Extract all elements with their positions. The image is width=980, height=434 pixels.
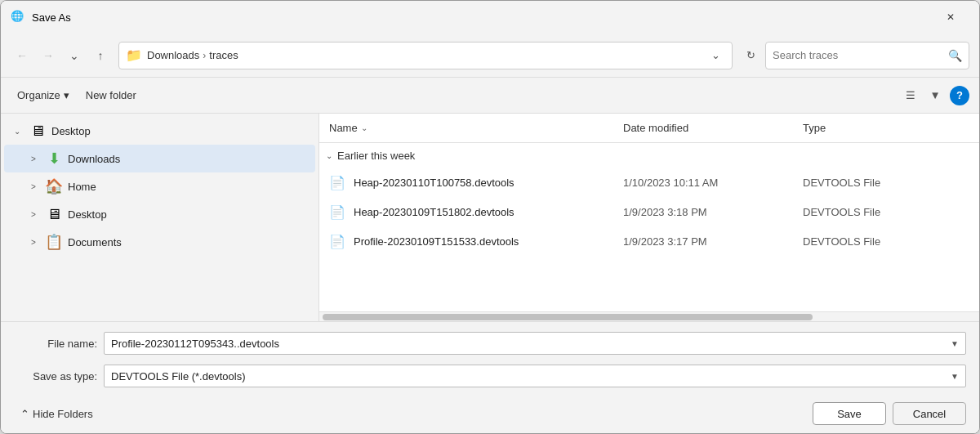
file-name: Heap-20230110T100758.devtools (354, 177, 623, 189)
action-buttons: Save Cancel (813, 402, 966, 425)
sidebar-item-documents[interactable]: > 📋 Documents (4, 228, 315, 256)
file-list-header: Name ⌄ Date modified Type (319, 114, 979, 143)
close-button[interactable]: ✕ (932, 4, 969, 30)
column-type[interactable]: Type (803, 122, 969, 134)
title-bar-controls: ✕ (932, 4, 969, 30)
table-row[interactable]: 📄 Profile-20230109T151533.devtools 1/9/2… (319, 226, 979, 256)
help-button[interactable]: ? (950, 86, 969, 105)
file-type: DEVTOOLS File (803, 235, 969, 248)
filename-value: Profile-20230112T095343..devtools (111, 338, 279, 350)
file-name: Heap-20230109T151802.devtools (354, 206, 623, 218)
download-icon: ⬇ (45, 150, 63, 168)
new-folder-button[interactable]: New folder (79, 83, 143, 108)
group-toggle-icon[interactable]: ⌄ (326, 151, 332, 160)
sidebar-item-downloads[interactable]: > ⬇ Downloads (4, 145, 315, 172)
table-row[interactable]: 📄 Heap-20230109T151802.devtools 1/9/2023… (319, 197, 979, 226)
dialog-title: Save As (32, 11, 932, 24)
expand-icon: > (27, 238, 40, 247)
path-segment-1: Downloads (147, 49, 199, 61)
filename-row: File name: Profile-20230112T095343..devt… (14, 330, 966, 356)
view-controls: ☰ ▼ (899, 84, 947, 107)
sidebar-item-label: Downloads (68, 153, 120, 165)
file-icon: 📄 (329, 234, 347, 249)
sidebar-item-label: Desktop (51, 125, 91, 137)
cancel-button[interactable]: Cancel (893, 402, 966, 425)
sidebar-item-label: Documents (68, 236, 122, 248)
action-bar: ⌃ Hide Folders Save Cancel (14, 396, 966, 425)
expand-icon: > (27, 182, 40, 191)
path-segment-2: traces (209, 49, 238, 61)
organize-label: Organize (17, 89, 60, 101)
file-date: 1/10/2023 10:11 AM (623, 177, 803, 189)
sidebar: ⌄ 🖥 Desktop > ⬇ Downloads > 🏠 Home > 🖥 D… (1, 114, 319, 321)
column-name[interactable]: Name ⌄ (329, 122, 623, 134)
view-dropdown-button[interactable]: ▼ (924, 84, 947, 107)
main-content: ⌄ 🖥 Desktop > ⬇ Downloads > 🏠 Home > 🖥 D… (1, 114, 979, 321)
refresh-button[interactable]: ↻ (739, 44, 762, 67)
documents-icon: 📋 (45, 233, 63, 251)
file-date: 1/9/2023 3:18 PM (623, 206, 803, 218)
toolbar: Organize ▾ New folder ☰ ▼ ? (1, 78, 979, 114)
path-sep-1: › (203, 50, 206, 61)
expand-icon: ⌄ (11, 127, 24, 136)
file-group-header: ⌄ Earlier this week (319, 143, 979, 168)
savetype-value: DEVTOOLS File (*.devtools) (111, 370, 245, 383)
sort-icon: ⌄ (361, 123, 368, 132)
view-list-button[interactable]: ☰ (899, 84, 922, 107)
file-icon: 📄 (329, 204, 347, 220)
file-area: Name ⌄ Date modified Type ⌄ Earlier this… (319, 114, 979, 321)
sidebar-item-desktop-top[interactable]: ⌄ 🖥 Desktop (4, 117, 315, 145)
col-name-label: Name (329, 122, 358, 134)
address-bar[interactable]: 📁 Downloads › traces ⌄ (118, 42, 733, 69)
address-dropdown-button[interactable]: ⌄ (706, 46, 725, 65)
app-icon: 🌐 (11, 10, 25, 25)
search-input[interactable] (773, 49, 945, 61)
save-button[interactable]: Save (813, 402, 886, 425)
savetype-dropdown-icon: ▼ (951, 372, 959, 381)
organize-arrow-icon: ▾ (64, 89, 69, 101)
sidebar-item-label: Home (68, 181, 96, 193)
filename-label: File name: (14, 338, 104, 350)
file-type: DEVTOOLS File (803, 206, 969, 218)
filename-input[interactable]: Profile-20230112T095343..devtools ▼ (104, 332, 966, 355)
table-row[interactable]: 📄 Heap-20230110T100758.devtools 1/10/202… (319, 168, 979, 197)
bottom-bar: File name: Profile-20230112T095343..devt… (1, 321, 979, 433)
expand-icon: > (27, 154, 40, 163)
organize-button[interactable]: Organize ▾ (11, 83, 76, 108)
back-button[interactable]: ← (11, 44, 33, 67)
help-icon: ? (956, 89, 963, 101)
column-date[interactable]: Date modified (623, 122, 803, 134)
file-date: 1/9/2023 3:17 PM (623, 235, 803, 248)
list-icon: ☰ (906, 89, 915, 101)
savetype-input[interactable]: DEVTOOLS File (*.devtools) ▼ (104, 365, 966, 387)
sidebar-item-desktop-sub[interactable]: > 🖥 Desktop (4, 200, 315, 228)
file-type: DEVTOOLS File (803, 177, 969, 189)
address-path: Downloads › traces (147, 49, 701, 61)
folder-icon: 📁 (126, 47, 142, 63)
group-header-label: Earlier this week (337, 150, 415, 162)
file-name: Profile-20230109T151533.devtools (354, 235, 623, 248)
horizontal-scrollbar[interactable] (319, 311, 979, 321)
col-date-label: Date modified (623, 122, 688, 134)
hide-folders-button[interactable]: ⌃ Hide Folders (14, 405, 100, 423)
file-icon: 📄 (329, 175, 347, 190)
forward-button[interactable]: → (37, 44, 60, 67)
view-dropdown-icon: ▼ (929, 89, 940, 101)
save-as-dialog: 🌐 Save As ✕ ← → ⌄ ↑ 📁 Downloads › traces… (0, 0, 980, 434)
sidebar-item-home[interactable]: > 🏠 Home (4, 172, 315, 200)
search-box[interactable]: 🔍 (765, 42, 969, 69)
desktop-icon: 🖥 (29, 123, 47, 140)
new-folder-label: New folder (86, 89, 136, 101)
savetype-row: Save as type: DEVTOOLS File (*.devtools)… (14, 363, 966, 389)
up-button[interactable]: ↑ (89, 44, 112, 67)
file-list: ⌄ Earlier this week 📄 Heap-20230110T1007… (319, 143, 979, 311)
savetype-label: Save as type: (14, 370, 104, 383)
expand-icon: > (27, 210, 40, 219)
filename-dropdown-icon: ▼ (951, 339, 959, 348)
recent-locations-button[interactable]: ⌄ (63, 44, 86, 67)
search-icon: 🔍 (948, 49, 962, 62)
scroll-thumb[interactable] (323, 314, 813, 320)
hide-folders-label: Hide Folders (33, 408, 93, 420)
home-icon: 🏠 (45, 177, 63, 195)
desktop-sub-icon: 🖥 (45, 206, 63, 223)
